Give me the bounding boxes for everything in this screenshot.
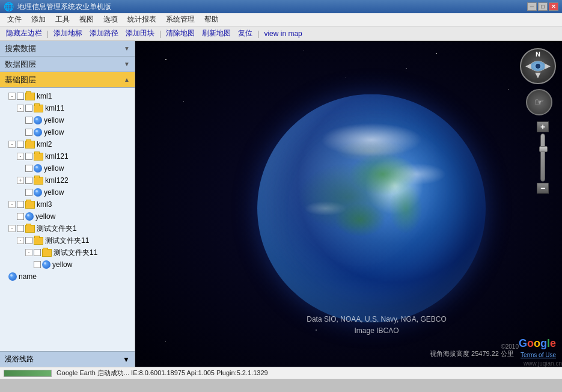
menu-options[interactable]: 选项	[99, 13, 123, 26]
search-data-arrow: ▼	[124, 45, 130, 52]
zoom-out-button[interactable]: −	[537, 183, 549, 194]
tree-row[interactable]: yellow	[0, 210, 135, 222]
tree-row[interactable]: yellow	[0, 126, 135, 138]
search-data-section[interactable]: 搜索数据 ▼	[0, 41, 135, 57]
tree-row[interactable]: - 测试文件夹11	[0, 247, 135, 259]
star	[508, 89, 509, 90]
maximize-button[interactable]: □	[538, 2, 548, 11]
google-o1: o	[527, 337, 534, 349]
tree-checkbox[interactable]	[34, 261, 41, 268]
expand-icon[interactable]: -	[17, 153, 24, 160]
expand-icon[interactable]: +	[17, 177, 24, 184]
file-icon	[42, 260, 50, 269]
tree-checkbox[interactable]	[17, 201, 24, 208]
tree-checkbox[interactable]	[25, 189, 32, 196]
file-icon	[34, 164, 42, 173]
expand-icon[interactable]: -	[8, 201, 16, 208]
zoom-track[interactable]	[540, 133, 545, 182]
tree-label: kml2	[37, 140, 52, 149]
clear-map-button[interactable]: 清除地图	[162, 27, 198, 40]
compass-north: N	[536, 51, 540, 58]
minimize-button[interactable]: ─	[527, 2, 537, 11]
tree-checkbox[interactable]	[17, 213, 24, 220]
tree-checkbox[interactable]	[17, 225, 24, 232]
tree-label: kml1	[37, 92, 52, 100]
expand-icon[interactable]: -	[25, 249, 32, 256]
add-location-button[interactable]: 添加地标	[50, 27, 86, 40]
google-g: G	[519, 337, 527, 349]
menu-view[interactable]: 视图	[75, 13, 99, 26]
expand-icon[interactable]: -	[8, 141, 16, 148]
star	[304, 50, 304, 51]
reset-button[interactable]: 复位	[234, 27, 256, 40]
tree-checkbox[interactable]	[25, 165, 32, 172]
tree-checkbox[interactable]	[25, 105, 32, 112]
compass-right-arrow[interactable]: ►	[543, 61, 552, 72]
google-o2: o	[534, 337, 540, 349]
add-block-button[interactable]: 添加田块	[122, 27, 158, 40]
add-route-button[interactable]: 添加路径	[86, 27, 122, 40]
tilt-control[interactable]: ☞	[526, 89, 552, 115]
folder-icon	[25, 93, 35, 100]
tree-checkbox[interactable]	[25, 153, 32, 160]
tree-row[interactable]: yellow	[0, 186, 135, 198]
tree-label: kml122	[45, 176, 69, 185]
compass-left-arrow[interactable]: ◄	[524, 61, 533, 72]
tilt-ring[interactable]: ☞	[526, 89, 552, 115]
google-e: e	[550, 337, 556, 349]
expand-icon[interactable]: -	[8, 225, 16, 232]
expand-icon[interactable]: -	[17, 105, 24, 112]
tree-row[interactable]: yellow	[0, 162, 135, 174]
terms-link[interactable]: Terms of Use	[521, 352, 556, 358]
tree-row[interactable]: - kml11	[0, 102, 135, 114]
expand-icon[interactable]: -	[17, 237, 24, 244]
zoom-in-button[interactable]: +	[537, 121, 549, 132]
window-controls: ─ □ ✕	[527, 2, 558, 11]
hide-sidebar-button[interactable]: 隐藏左边栏	[2, 27, 46, 40]
tree-row[interactable]: - 测试文件夹11	[0, 234, 135, 247]
menu-tools[interactable]: 工具	[50, 13, 75, 26]
data-layers-section[interactable]: 数据图层 ▼	[0, 57, 135, 72]
tree-checkbox[interactable]	[17, 93, 24, 100]
tree-row[interactable]: - kml1	[0, 90, 135, 102]
tree-checkbox[interactable]	[25, 129, 32, 136]
tree-checkbox[interactable]	[25, 237, 32, 244]
menu-system[interactable]: 系统管理	[161, 13, 200, 26]
tree-row[interactable]: name	[0, 271, 135, 283]
sep2: |	[158, 29, 162, 38]
google-g2: g	[540, 337, 547, 349]
travel-section[interactable]: 漫游线路 ▼	[0, 351, 135, 367]
compass-ring[interactable]: N ◄ ► ▼	[520, 48, 556, 84]
tree-row[interactable]: - kml121	[0, 150, 135, 162]
tree-row[interactable]: - kml3	[0, 198, 135, 210]
map-area[interactable]: N ◄ ► ▼ ☞ + − Data SIO, NOAA,	[135, 41, 562, 367]
url-watermark: www.juqian.cn	[524, 360, 562, 367]
menu-add[interactable]: 添加	[26, 13, 50, 26]
tree-row[interactable]: - 测试文件夹1	[0, 222, 135, 234]
menu-help[interactable]: 帮助	[200, 13, 224, 26]
tree-checkbox[interactable]	[25, 177, 32, 184]
tree-checkbox[interactable]	[34, 249, 41, 256]
tree-checkbox[interactable]	[17, 141, 24, 148]
folder-icon	[25, 225, 35, 233]
close-button[interactable]: ✕	[549, 2, 558, 11]
tree-row[interactable]: yellow	[0, 259, 135, 271]
compass-control[interactable]: N ◄ ► ▼	[520, 48, 556, 84]
tree-row[interactable]: - kml2	[0, 138, 135, 150]
tree-checkbox[interactable]	[25, 117, 32, 124]
folder-icon	[34, 177, 43, 185]
expand-icon[interactable]: -	[8, 93, 16, 100]
tree-row[interactable]: + kml122	[0, 174, 135, 186]
menu-reports[interactable]: 统计报表	[123, 13, 161, 26]
folder-icon	[34, 105, 43, 112]
globe-sphere	[257, 94, 486, 323]
menu-file[interactable]: 文件	[2, 13, 26, 26]
compass-down-arrow[interactable]: ▼	[533, 70, 543, 81]
tree-row[interactable]: yellow	[0, 114, 135, 126]
view-in-map-button[interactable]: view in map	[260, 28, 305, 39]
tree-label: 测试文件夹11	[45, 236, 89, 246]
base-layers-section[interactable]: 基础图层 ▲	[0, 72, 135, 88]
refresh-map-button[interactable]: 刷新地图	[198, 27, 234, 40]
zoom-thumb[interactable]	[539, 146, 548, 152]
tree-label: 测试文件夹1	[37, 224, 77, 234]
